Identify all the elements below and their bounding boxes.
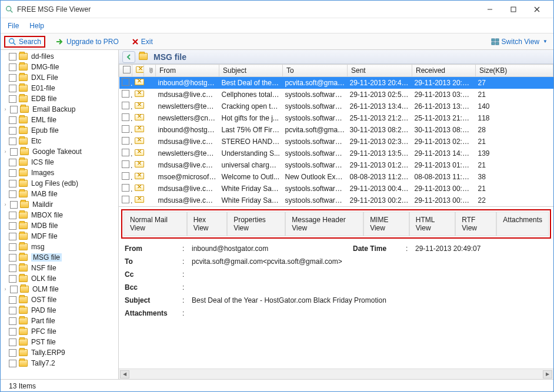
tree-item[interactable]: Tally.ERP9 — [1, 347, 118, 358]
row-checkbox[interactable] — [122, 172, 129, 180]
menu-help[interactable]: Help — [29, 22, 44, 30]
scroll-left-button[interactable]: ◀ — [120, 370, 129, 378]
tree-item[interactable]: Etc — [1, 136, 118, 146]
tree-item[interactable]: Tally7.2 — [1, 358, 118, 368]
tree-item[interactable]: msg — [1, 242, 118, 252]
tree-item[interactable]: Images — [1, 167, 118, 178]
view-tab[interactable]: Message Header View — [285, 212, 363, 236]
view-tab[interactable]: HTML View — [409, 212, 455, 236]
checkbox[interactable] — [9, 127, 16, 135]
checkbox[interactable] — [9, 116, 16, 124]
table-row[interactable]: mdsusa@live.cp2...White Friday Sale ...s… — [119, 195, 553, 206]
col-sent[interactable]: Sent — [348, 65, 412, 77]
horizontal-scrollbar[interactable]: ◀ ▶ — [119, 368, 553, 379]
tree-item[interactable]: ›OLM file — [1, 284, 118, 294]
checkbox[interactable] — [10, 201, 18, 209]
checkbox[interactable] — [10, 106, 18, 113]
checkbox[interactable] — [9, 275, 16, 283]
checkbox[interactable] — [9, 159, 16, 166]
checkbox[interactable] — [9, 328, 16, 336]
tree-item[interactable]: MBOX file — [1, 210, 118, 220]
checkbox[interactable] — [9, 254, 16, 262]
row-checkbox[interactable] — [122, 113, 129, 121]
col-from[interactable]: From — [156, 65, 219, 77]
checkbox[interactable] — [10, 286, 18, 293]
table-row[interactable]: mdsusa@live.cp2...STEREO HANDSFR...systo… — [119, 136, 553, 148]
table-row[interactable]: mdsusa@live.cp2...universal charger ...s… — [119, 159, 553, 171]
tree-item[interactable]: OST file — [1, 294, 118, 305]
tree-item[interactable]: PST file — [1, 337, 118, 347]
row-checkbox[interactable] — [122, 78, 129, 86]
checkbox[interactable] — [9, 296, 16, 304]
tree-item[interactable]: Epub file — [1, 125, 118, 136]
tree-item[interactable]: EDB file — [1, 93, 118, 104]
checkbox[interactable] — [9, 169, 16, 177]
tree-item[interactable]: DMG-file — [1, 62, 118, 72]
tree-item[interactable]: MDF file — [1, 231, 118, 242]
table-row[interactable]: inbound@hostgat...Last 75% Off Fire ...p… — [119, 124, 553, 136]
col-check[interactable] — [119, 65, 132, 77]
tree-item[interactable]: PFC file — [1, 326, 118, 337]
row-checkbox[interactable] — [122, 196, 129, 203]
table-row[interactable]: newsletters@tech...Understanding S...sys… — [119, 148, 553, 159]
col-attachment[interactable] — [144, 65, 156, 77]
exit-button[interactable]: Exit — [129, 36, 155, 47]
row-checkbox[interactable] — [122, 184, 129, 192]
col-size[interactable]: Size(KB) — [476, 65, 553, 77]
checkbox[interactable] — [10, 148, 18, 156]
maximize-button[interactable] — [502, 1, 525, 18]
tree-item[interactable]: ›Maildir — [1, 199, 118, 210]
row-checkbox[interactable] — [122, 149, 129, 156]
checkbox[interactable] — [9, 63, 16, 71]
row-checkbox[interactable] — [122, 137, 129, 145]
scroll-right-button[interactable]: ▶ — [543, 370, 552, 378]
tree-item[interactable]: NSF file — [1, 263, 118, 273]
checkbox[interactable] — [9, 307, 16, 314]
checkbox[interactable] — [9, 360, 16, 367]
tree-item[interactable]: EML file — [1, 115, 118, 125]
tree-item[interactable]: OLK file — [1, 273, 118, 284]
checkbox[interactable] — [9, 233, 16, 240]
tree-item[interactable]: PAD file — [1, 305, 118, 316]
checkbox[interactable] — [9, 95, 16, 103]
nav-back-button[interactable] — [122, 51, 135, 63]
switch-view-button[interactable]: Switch View ▼ — [489, 36, 550, 47]
col-to[interactable]: To — [283, 65, 348, 77]
tree-item[interactable]: MDB file — [1, 220, 118, 231]
table-row[interactable]: inbound@hostgat...Best Deal of the Y...p… — [119, 77, 553, 89]
checkbox[interactable] — [9, 243, 16, 251]
col-subject[interactable]: Subject — [219, 65, 283, 77]
table-row[interactable]: msoe@microsoft...Welcome to Outl...New O… — [119, 171, 553, 183]
checkbox[interactable] — [9, 349, 16, 357]
checkbox[interactable] — [9, 339, 16, 346]
tree-item[interactable]: ›Google Takeout — [1, 146, 118, 157]
tree-item[interactable]: dd-files — [1, 51, 118, 62]
search-button[interactable]: Search — [4, 36, 45, 48]
tree-item[interactable]: ICS file — [1, 157, 118, 167]
checkbox[interactable] — [9, 222, 16, 230]
expand-icon[interactable]: › — [2, 202, 9, 207]
minimize-button[interactable] — [478, 1, 502, 18]
tree-item[interactable]: MSG file — [1, 252, 118, 263]
checkbox[interactable] — [9, 180, 16, 187]
table-row[interactable]: newsletters@cnet...Hot gifts for the j..… — [119, 112, 553, 124]
checkbox[interactable] — [9, 85, 16, 92]
col-icon[interactable] — [132, 65, 144, 77]
tree-item[interactable]: Part file — [1, 316, 118, 326]
expand-icon[interactable]: › — [2, 149, 9, 155]
tree-item[interactable]: E01-file — [1, 83, 118, 93]
checkbox[interactable] — [9, 74, 16, 82]
view-tab[interactable]: Normal Mail View — [124, 212, 187, 236]
expand-icon[interactable]: › — [2, 286, 9, 292]
tree-item[interactable]: MAB file — [1, 189, 118, 199]
expand-icon[interactable]: › — [2, 106, 9, 112]
view-tab[interactable]: MIME View — [363, 212, 409, 236]
view-tab[interactable]: Hex View — [187, 212, 227, 236]
table-row[interactable]: mdsusa@live.cp2...White Friday Sale ...s… — [119, 183, 553, 195]
view-tab[interactable]: Properties View — [227, 212, 285, 236]
row-checkbox[interactable] — [122, 90, 129, 98]
checkbox[interactable] — [9, 317, 16, 325]
table-row[interactable]: newsletters@tech...Cracking open th...sy… — [119, 100, 553, 112]
tree-item[interactable]: Log Files (edb) — [1, 178, 118, 189]
row-checkbox[interactable] — [122, 160, 129, 168]
